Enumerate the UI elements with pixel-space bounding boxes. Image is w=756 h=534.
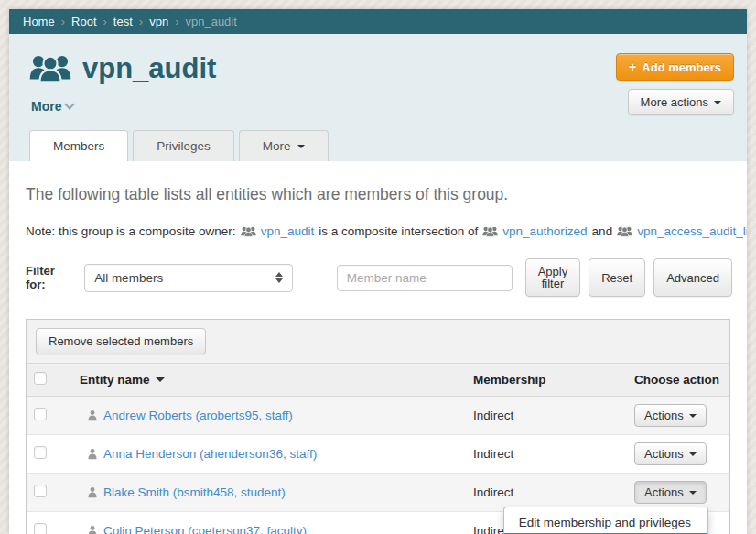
main-content: The following table lists all entities w… bbox=[9, 185, 747, 534]
filter-label: Filter for: bbox=[26, 264, 71, 291]
column-header-entity: Entity name bbox=[80, 373, 150, 387]
chevron-down-icon bbox=[65, 99, 75, 109]
reset-button[interactable]: Reset bbox=[589, 258, 645, 297]
membership-value: Indirect bbox=[473, 485, 513, 499]
breadcrumb-current: vpn_audit bbox=[185, 9, 236, 34]
app-window: Home › Root › test › vpn › vpn_audit .fr… bbox=[9, 9, 747, 534]
entity-link[interactable]: Andrew Roberts (aroberts95, staff) bbox=[103, 409, 293, 422]
membership-value: Indirect bbox=[473, 409, 513, 422]
actions-label: Actions bbox=[644, 447, 684, 461]
entity-link[interactable]: Colin Peterson (cpeterson37, faculty) bbox=[103, 524, 307, 534]
table-row: Anna Henderson (ahenderson36, staff) Ind… bbox=[27, 435, 729, 474]
column-header-action: Choose action bbox=[627, 364, 729, 397]
caret-down-icon bbox=[689, 491, 697, 495]
caret-down-icon bbox=[297, 145, 305, 148]
more-actions-label: More actions bbox=[641, 96, 708, 108]
breadcrumb-separator-icon: › bbox=[103, 9, 107, 34]
member-name-input[interactable] bbox=[337, 265, 513, 291]
group-icon bbox=[617, 225, 632, 238]
row-actions-button[interactable]: Actions bbox=[634, 404, 707, 427]
caret-down-icon bbox=[714, 101, 721, 104]
breadcrumb-root-link[interactable]: Root bbox=[71, 9, 96, 34]
note-and: and bbox=[592, 224, 613, 238]
note-owner-link[interactable]: vpn_audit bbox=[261, 224, 315, 238]
add-members-button[interactable]: + Add members bbox=[616, 53, 734, 81]
menu-item-edit-membership[interactable]: Edit membership and privileges bbox=[504, 512, 707, 533]
select-arrows-icon bbox=[275, 272, 283, 283]
entity-link[interactable]: Anna Henderson (ahenderson36, staff) bbox=[103, 447, 317, 461]
apply-filter-button[interactable]: Apply filter bbox=[525, 258, 581, 297]
row-checkbox[interactable] bbox=[34, 485, 47, 497]
caret-down-icon bbox=[689, 452, 697, 456]
header-more-link[interactable]: More bbox=[31, 99, 73, 114]
breadcrumb-separator-icon: › bbox=[139, 9, 143, 34]
actions-label: Actions bbox=[644, 485, 684, 499]
person-icon bbox=[87, 409, 98, 421]
tab-more-label: More bbox=[263, 139, 291, 153]
column-header-membership: Membership bbox=[466, 364, 627, 397]
caret-down-icon bbox=[689, 414, 697, 418]
breadcrumb-vpn-link[interactable]: vpn bbox=[149, 9, 168, 34]
row-actions-button[interactable]: Actions bbox=[634, 442, 707, 465]
group-icon bbox=[482, 225, 498, 238]
filter-select[interactable]: All members bbox=[84, 264, 293, 292]
page-title: vpn_audit bbox=[82, 52, 216, 85]
tab-members-label: Members bbox=[53, 139, 104, 153]
table-row: Andrew Roberts (aroberts95, staff) Indir… bbox=[27, 397, 729, 435]
table-row: Blake Smith (bsmith458, student) Indirec… bbox=[27, 474, 729, 512]
person-icon bbox=[87, 486, 98, 498]
note-right-factor-link[interactable]: vpn_access_audit_list bbox=[637, 224, 747, 238]
remove-selected-members-button[interactable]: Remove selected members bbox=[36, 328, 206, 354]
person-icon bbox=[87, 448, 98, 460]
tab-more[interactable]: More bbox=[239, 130, 329, 161]
group-icon: .front{stroke:#e4edf0;stroke-width:3;} bbox=[29, 51, 71, 86]
note-prefix: Note: this group is a composite owner: bbox=[26, 224, 236, 238]
plus-icon: + bbox=[629, 60, 636, 73]
sort-caret-icon bbox=[156, 377, 165, 382]
row-actions-button-open[interactable]: Actions bbox=[634, 481, 707, 504]
breadcrumb-separator-icon: › bbox=[61, 9, 65, 34]
tab-privileges-label: Privileges bbox=[157, 139, 211, 153]
panel-header: Remove selected members bbox=[27, 320, 729, 364]
sort-entity-name[interactable]: Entity name bbox=[70, 373, 165, 387]
members-table: Entity name Membership Choose action bbox=[27, 364, 729, 534]
actions-label: Actions bbox=[644, 409, 684, 422]
header-more-label: More bbox=[31, 99, 61, 114]
row-checkbox[interactable] bbox=[34, 446, 47, 459]
breadcrumb: Home › Root › test › vpn › vpn_audit bbox=[9, 9, 747, 34]
group-icon bbox=[241, 225, 256, 238]
row-checkbox[interactable] bbox=[34, 408, 47, 420]
tab-privileges[interactable]: Privileges bbox=[133, 130, 234, 161]
select-all-checkbox[interactable] bbox=[34, 372, 47, 385]
person-icon bbox=[87, 525, 98, 534]
note-left-factor-link[interactable]: vpn_authorized bbox=[502, 224, 587, 238]
table-header-row: Entity name Membership Choose action bbox=[27, 364, 729, 397]
breadcrumb-home-link[interactable]: Home bbox=[23, 9, 55, 34]
lead-text: The following table lists all entities w… bbox=[26, 185, 732, 204]
more-actions-button[interactable]: More actions bbox=[628, 89, 734, 115]
breadcrumb-test-link[interactable]: test bbox=[113, 9, 133, 34]
advanced-button[interactable]: Advanced bbox=[653, 258, 732, 297]
entity-link[interactable]: Blake Smith (bsmith458, student) bbox=[103, 485, 286, 499]
filter-selected-option: All members bbox=[94, 271, 163, 285]
note-middle: is a composite intersection of bbox=[319, 224, 478, 238]
membership-value: Indirect bbox=[473, 447, 513, 461]
page-header: .front{stroke:#e4edf0;stroke-width:3;} v… bbox=[9, 34, 747, 161]
tab-bar: Members Privileges More bbox=[22, 130, 734, 161]
members-panel: Remove selected members Entity name bbox=[26, 319, 730, 534]
add-members-label: Add members bbox=[642, 61, 721, 73]
filter-row: Filter for: All members Apply filter Res… bbox=[26, 258, 732, 297]
composite-note: Note: this group is a composite owner: v… bbox=[26, 224, 732, 238]
tab-members[interactable]: Members bbox=[29, 130, 128, 161]
actions-dropdown-menu: Edit membership and privileges Trace mem… bbox=[503, 507, 708, 534]
row-checkbox[interactable] bbox=[34, 523, 47, 534]
breadcrumb-separator-icon: › bbox=[175, 9, 178, 34]
